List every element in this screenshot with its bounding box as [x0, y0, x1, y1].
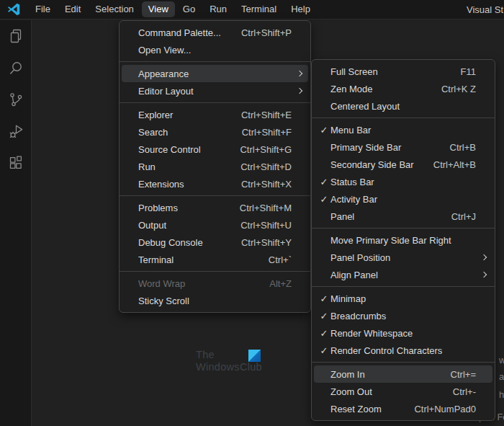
appearance-submenu-item-move-primary-side-bar-right[interactable]: Move Primary Side Bar Right	[314, 231, 492, 249]
appearance-submenu-item-panel-position[interactable]: Panel Position	[314, 249, 492, 266]
appearance-submenu-item-activity-bar[interactable]: ✓Activity Bar	[314, 190, 492, 208]
menu-item-label: Secondary Side Bar	[330, 159, 414, 170]
menubar-item-view[interactable]: View	[142, 1, 175, 17]
appearance-submenu-item-breadcrumbs[interactable]: ✓Breadcrumbs	[314, 307, 492, 324]
appearance-submenu-item-centered-layout[interactable]: Centered Layout	[314, 97, 492, 115]
view-menu-item-sticky-scroll[interactable]: Sticky Scroll	[122, 292, 308, 309]
menu-separator	[120, 61, 310, 62]
menu-item-shortcut: Ctrl+Shift+P	[241, 27, 292, 38]
menu-item-label: Zen Mode	[330, 84, 373, 94]
submenu-chevron-icon	[297, 88, 302, 94]
menu-item-shortcut: Ctrl+Shift+U	[240, 220, 292, 231]
menu-item-label: Minimap	[330, 293, 366, 304]
appearance-submenu-item-menu-bar[interactable]: ✓Menu Bar	[314, 121, 492, 138]
run-and-debug-icon[interactable]	[0, 115, 32, 147]
menu-item-label: Source Control	[138, 144, 201, 155]
appearance-submenu-item-align-panel[interactable]: Align Panel	[314, 266, 492, 283]
checkmark-icon: ✓	[318, 311, 330, 321]
menu-item-label: Panel Position	[330, 252, 390, 263]
menubar-item-selection[interactable]: Selection	[89, 1, 140, 17]
view-menu-item-terminal[interactable]: TerminalCtrl+`	[122, 251, 308, 268]
menu-item-label: Centered Layout	[330, 101, 400, 112]
menu-item-label: Align Panel	[330, 270, 378, 280]
menu-item-shortcut: Ctrl+J	[451, 211, 476, 222]
menu-separator	[120, 271, 310, 272]
activity-bar	[0, 20, 32, 426]
explorer-icon[interactable]	[0, 20, 32, 52]
menu-item-label: Breadcrumbs	[330, 311, 386, 321]
background-text-fragment: w	[499, 355, 504, 365]
view-menu-item-run[interactable]: RunCtrl+Shift+D	[122, 158, 308, 175]
view-menu-item-editor-layout[interactable]: Editor Layout	[122, 82, 308, 99]
windows-club-logo-icon	[248, 350, 261, 362]
menu-item-label: Appearance	[138, 68, 189, 79]
menu-item-shortcut: Ctrl+Shift+G	[240, 144, 292, 155]
menu-item-label: Full Screen	[330, 66, 378, 77]
menubar-item-file[interactable]: File	[29, 1, 57, 17]
menubar-item-terminal[interactable]: Terminal	[235, 1, 283, 17]
menubar-item-help[interactable]: Help	[284, 1, 317, 17]
appearance-submenu-item-full-screen[interactable]: Full ScreenF11	[314, 63, 492, 80]
menu-separator	[312, 286, 495, 287]
appearance-submenu-item-secondary-side-bar[interactable]: Secondary Side BarCtrl+Alt+B	[314, 156, 492, 173]
appearance-submenu-item-render-control-characters[interactable]: ✓Render Control Characters	[314, 342, 492, 359]
appearance-submenu-item-status-bar[interactable]: ✓Status Bar	[314, 173, 492, 190]
submenu-chevron-icon	[481, 272, 487, 278]
appearance-submenu: Full ScreenF11Zen ModeCtrl+K ZCentered L…	[311, 59, 495, 421]
menu-item-shortcut: F11	[461, 66, 476, 77]
menu-item-shortcut: Ctrl+Shift+Y	[241, 237, 292, 248]
submenu-chevron-icon	[297, 71, 302, 76]
menu-item-shortcut: Ctrl+NumPad0	[414, 404, 476, 414]
source-control-icon[interactable]	[0, 84, 32, 115]
search-icon[interactable]	[0, 52, 32, 84]
menu-item-label: Terminal	[138, 254, 174, 265]
menu-item-shortcut: Ctrl+Alt+B	[433, 159, 476, 170]
view-menu-item-word-wrap: Word WrapAlt+Z	[122, 275, 308, 292]
menubar: FileEditSelectionViewGoRunTerminalHelp	[28, 0, 318, 19]
menu-item-label: Extensions	[138, 179, 184, 190]
vscode-window: { "colors": { "titlebar_bg": "#181818", …	[0, 0, 504, 426]
view-menu-item-output[interactable]: OutputCtrl+Shift+U	[122, 216, 308, 234]
menu-item-label: Explorer	[138, 110, 173, 120]
menu-item-shortcut: Ctrl+Shift+M	[240, 203, 292, 213]
view-menu-item-open-view[interactable]: Open View...	[122, 41, 308, 58]
menu-separator	[312, 362, 495, 363]
menubar-item-go[interactable]: Go	[176, 1, 202, 17]
menu-item-label: Search	[138, 127, 168, 138]
view-menu-item-extensions[interactable]: ExtensionsCtrl+Shift+X	[122, 175, 308, 192]
extensions-icon[interactable]	[0, 147, 32, 179]
menu-item-label: Render Control Characters	[330, 345, 442, 356]
view-menu-item-command-palette[interactable]: Command Palette...Ctrl+Shift+P	[122, 24, 308, 41]
appearance-submenu-item-zen-mode[interactable]: Zen ModeCtrl+K Z	[314, 80, 492, 97]
menu-item-label: Render Whitespace	[330, 328, 413, 339]
menu-item-label: Run	[138, 161, 156, 172]
menu-item-shortcut: Ctrl+-	[453, 386, 476, 397]
appearance-submenu-item-reset-zoom[interactable]: Reset ZoomCtrl+NumPad0	[314, 400, 492, 417]
menu-item-shortcut: Alt+Z	[269, 278, 292, 289]
menu-item-label: Word Wrap	[138, 278, 185, 289]
background-text-fragment: ar	[499, 371, 504, 382]
menu-item-label: Activity Bar	[330, 194, 377, 205]
view-menu-item-explorer[interactable]: ExplorerCtrl+Shift+E	[122, 106, 308, 123]
appearance-submenu-item-primary-side-bar[interactable]: Primary Side BarCtrl+B	[314, 138, 492, 156]
appearance-submenu-item-panel[interactable]: PanelCtrl+J	[314, 208, 492, 225]
menu-separator	[312, 117, 495, 118]
watermark-line2: WindowsClub	[196, 361, 262, 373]
appearance-submenu-item-minimap[interactable]: ✓Minimap	[314, 290, 492, 307]
view-menu-item-source-control[interactable]: Source ControlCtrl+Shift+G	[122, 141, 308, 158]
appearance-submenu-item-zoom-out[interactable]: Zoom OutCtrl+-	[314, 383, 492, 400]
menubar-item-edit[interactable]: Edit	[58, 1, 87, 17]
menu-item-label: Move Primary Side Bar Right	[330, 235, 451, 246]
view-menu-item-search[interactable]: SearchCtrl+Shift+F	[122, 123, 308, 141]
menu-item-label: Status Bar	[330, 177, 374, 187]
menu-item-label: Open View...	[138, 45, 191, 56]
view-menu-item-appearance[interactable]: Appearance	[122, 65, 308, 82]
menubar-item-run[interactable]: Run	[203, 1, 233, 17]
view-menu-item-debug-console[interactable]: Debug ConsoleCtrl+Shift+Y	[122, 234, 308, 251]
menu-item-label: Sticky Scroll	[138, 296, 189, 306]
windows-club-watermark: The WindowsClub	[196, 349, 262, 373]
view-menu-item-problems[interactable]: ProblemsCtrl+Shift+M	[122, 199, 308, 216]
appearance-submenu-item-render-whitespace[interactable]: ✓Render Whitespace	[314, 324, 492, 342]
appearance-submenu-item-zoom-in[interactable]: Zoom InCtrl+=	[314, 365, 492, 383]
menu-item-shortcut: Ctrl+Shift+E	[241, 110, 292, 120]
